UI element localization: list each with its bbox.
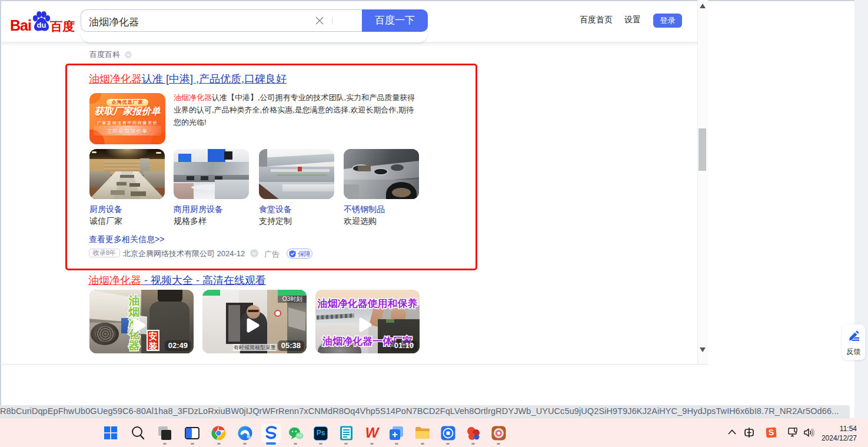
- svg-text:du: du: [37, 21, 46, 29]
